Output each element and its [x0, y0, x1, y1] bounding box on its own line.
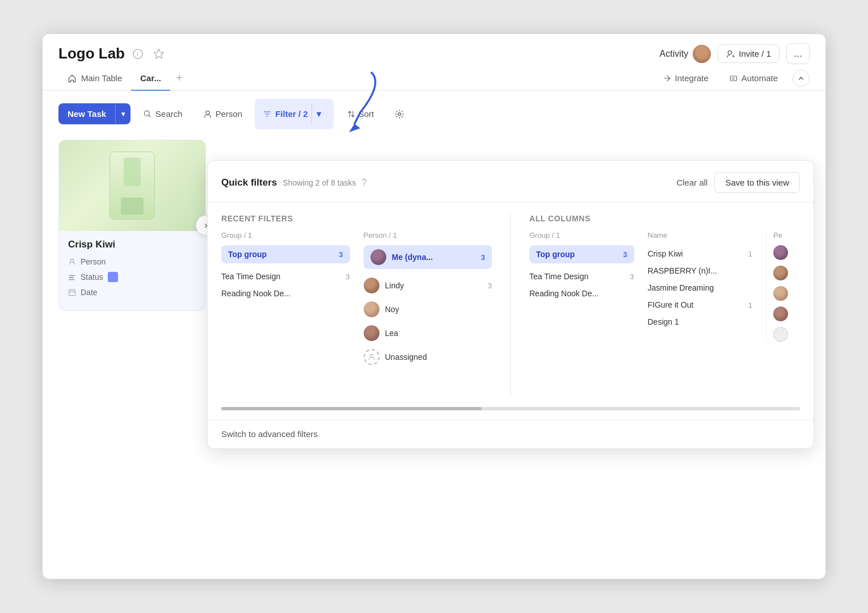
recent-person-col-title: Person / 1 — [364, 231, 492, 240]
sort-icon — [346, 110, 355, 119]
name-raspberry-label: RASPBERRY (n)I... — [648, 266, 717, 275]
tab-add-button[interactable]: + — [170, 67, 188, 89]
settings-icon — [394, 109, 404, 119]
card-image-inner — [109, 152, 155, 220]
collapse-button[interactable] — [793, 70, 810, 87]
all-group-teatime[interactable]: Tea Time Design 3 — [529, 268, 634, 285]
person-lea-label: Lea — [385, 329, 398, 338]
tabs-right: Integrate Automate — [657, 70, 810, 87]
name-figure-count: 1 — [748, 301, 752, 309]
card-status-label: Status — [81, 272, 103, 282]
info-icon-btn[interactable]: i — [130, 47, 145, 61]
tab-main-table[interactable]: Main Table — [58, 66, 131, 91]
switch-advanced-button[interactable]: Switch to advanced filters — [221, 429, 318, 439]
all-person-column-partial: Pe — [766, 231, 800, 342]
all-name-col-title: Name — [648, 231, 753, 240]
card-date-icon — [68, 288, 76, 296]
recent-group-reading[interactable]: Reading Nook De... — [221, 285, 350, 302]
recent-group-teatime[interactable]: Tea Time Design 3 — [221, 268, 350, 285]
recent-person-me[interactable]: Me (dyna... 3 — [364, 245, 492, 269]
top-bar-left: Logo Lab i — [58, 45, 167, 62]
invite-button[interactable]: Invite / 1 — [718, 44, 779, 63]
svg-text:i: i — [137, 51, 138, 57]
name-design1-label: Design 1 — [648, 317, 679, 326]
filter-dropdown-icon[interactable]: ▾ — [311, 104, 326, 124]
svg-point-12 — [370, 354, 373, 358]
help-icon[interactable]: ? — [361, 178, 366, 188]
person-label: Person — [216, 109, 243, 119]
person-button[interactable]: Person — [195, 104, 251, 124]
name-design1[interactable]: Design 1 — [648, 313, 753, 330]
all-group-teatime-count: 3 — [630, 272, 634, 281]
svg-rect-3 — [730, 76, 736, 81]
card-person-label: Person — [81, 257, 106, 266]
new-task-label: New Task — [58, 103, 115, 124]
recent-person-lindy[interactable]: Lindy 3 — [364, 274, 492, 297]
card-title: Crisp Kiwi — [68, 239, 196, 250]
all-columns-grid: Group / 1 Top group 3 Tea Time Design 3 … — [529, 231, 800, 342]
automate-button[interactable]: Automate — [723, 70, 783, 86]
card-person-field: Person — [68, 257, 196, 266]
recent-group-column: Group / 1 Top group 3 Tea Time Design 3 … — [221, 231, 350, 369]
star-icon-btn[interactable] — [151, 46, 167, 62]
name-crisp-kiwi[interactable]: Crisp Kiwi 1 — [648, 245, 753, 262]
recent-group-teatime-count: 3 — [345, 272, 349, 281]
info-icon: i — [133, 49, 143, 59]
recent-group-top[interactable]: Top group 3 — [221, 245, 350, 263]
integrate-button[interactable]: Integrate — [657, 70, 714, 86]
app-title: Logo Lab — [58, 45, 125, 62]
person-unassigned-label: Unassigned — [385, 352, 427, 362]
all-person-col-title: Pe — [773, 231, 800, 240]
all-group-reading-label: Reading Nook De... — [529, 289, 599, 298]
panel-body: Recent filters Group / 1 Top group 3 Tea… — [208, 203, 814, 407]
more-icon: ... — [794, 48, 802, 59]
recent-person-column: Person / 1 Me (dyna... 3 — [364, 231, 492, 369]
person-me-label: Me (dyna... — [392, 253, 433, 262]
save-view-button[interactable]: Save to this view — [714, 172, 800, 193]
card-date-label: Date — [81, 288, 98, 297]
top-bar-right: Activity Invite / 1 ... — [660, 43, 810, 64]
panel-title: Quick filters — [221, 177, 277, 188]
recent-group-reading-label: Reading Nook De... — [221, 289, 290, 298]
recent-person-lea[interactable]: Lea — [364, 321, 492, 345]
clear-all-button[interactable]: Clear all — [676, 178, 707, 187]
recent-group-top-count: 3 — [339, 250, 343, 259]
svg-point-7 — [70, 259, 74, 262]
panel-subtitle: Showing 2 of 8 tasks — [283, 178, 356, 187]
all-group-column: Group / 1 Top group 3 Tea Time Design 3 … — [529, 231, 634, 342]
tabs-row: Main Table Car... + Integrate Automate — [43, 66, 825, 91]
svg-point-4 — [144, 111, 149, 116]
avatar — [693, 45, 711, 63]
card-preview: Crisp Kiwi Person — [58, 140, 206, 311]
name-raspberry[interactable]: RASPBERRY (n)I... — [648, 262, 753, 279]
all-group-top[interactable]: Top group 3 — [529, 245, 634, 263]
filter-button[interactable]: Filter / 2 ▾ — [255, 99, 334, 129]
search-button[interactable]: Search — [135, 104, 191, 124]
all-group-teatime-label: Tea Time Design — [529, 272, 588, 281]
recent-person-noy[interactable]: Noy — [364, 297, 492, 321]
name-jasmine-label: Jasmine Dreaming — [648, 283, 714, 292]
new-task-dropdown-icon[interactable]: ▾ — [115, 104, 130, 124]
scrollbar[interactable] — [221, 407, 800, 410]
card-date-field: Date — [68, 288, 196, 297]
recent-filter-columns: Group / 1 Top group 3 Tea Time Design 3 … — [221, 231, 492, 369]
all-group-reading[interactable]: Reading Nook De... — [529, 285, 634, 302]
new-task-button[interactable]: New Task ▾ — [58, 103, 130, 124]
person-col-avatar-4 — [773, 306, 788, 321]
status-badge — [108, 272, 118, 282]
recent-group-teatime-label: Tea Time Design — [221, 272, 280, 281]
recent-person-unassigned[interactable]: Unassigned — [364, 345, 492, 369]
name-figure[interactable]: FIGure it Out 1 — [648, 296, 753, 313]
tab-car[interactable]: Car... — [131, 66, 170, 91]
all-group-top-count: 3 — [623, 250, 627, 259]
activity-button[interactable]: Activity — [660, 45, 711, 63]
more-button[interactable]: ... — [786, 43, 810, 64]
name-jasmine[interactable]: Jasmine Dreaming — [648, 279, 753, 296]
svg-rect-11 — [69, 289, 75, 295]
panel-footer: Switch to advanced filters — [208, 419, 814, 448]
svg-rect-9 — [69, 277, 73, 278]
sort-button[interactable]: Sort — [338, 104, 382, 124]
settings-button[interactable] — [386, 104, 412, 124]
all-group-top-label: Top group — [536, 250, 575, 259]
recent-group-top-label: Top group — [228, 250, 267, 259]
